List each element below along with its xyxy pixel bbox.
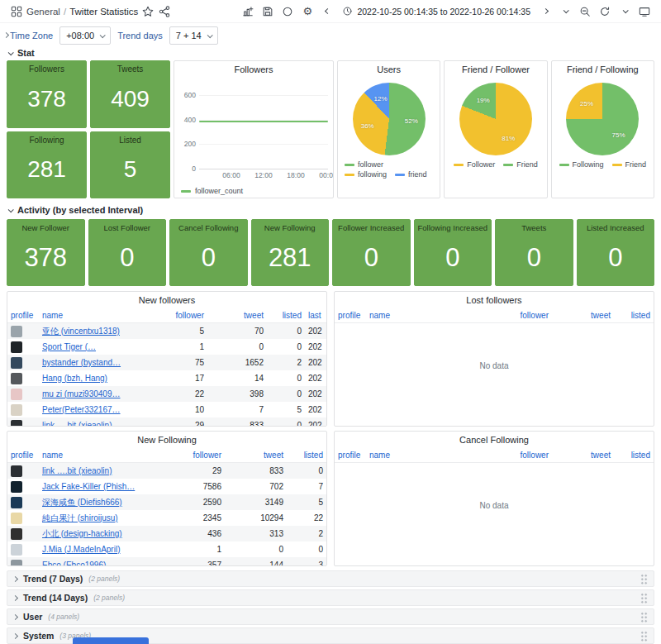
trend-days-variable-select[interactable]: 7 + 14 [169,26,218,45]
col-tweet[interactable]: tweet [225,448,287,463]
row-title[interactable]: Trend (14 Days) [23,593,88,603]
dashboard-row[interactable]: User (4 panels) [7,608,654,625]
profile-link[interactable]: bystander (bystand… [42,358,121,367]
panel-title[interactable]: Followers [174,61,333,78]
panel-title[interactable]: Users [338,61,440,78]
profile-link[interactable]: link ….bit (xieaolin) [42,466,112,475]
panel-title[interactable]: Cancel Following [335,432,654,448]
profile-link[interactable]: 純白果汁 (shiroijusu) [42,513,118,522]
panel-title[interactable]: Followers [7,61,86,78]
profile-link[interactable]: link ….bit (xieaolin) [42,421,112,427]
timeseries-legend-item[interactable]: follower_count [181,187,243,195]
row-panel-count: (4 panels) [48,613,79,621]
legend-item[interactable]: follower [345,160,383,169]
panel-title[interactable]: Listed [91,132,169,149]
panel-title[interactable]: Tweets [496,220,573,236]
col-follower[interactable]: follower [473,448,552,463]
panel-title[interactable]: Lost Follower [89,220,166,236]
stat-panel: Lost Follower 0 [88,219,167,286]
col-profile[interactable]: profile [335,448,366,463]
save-dashboard-icon[interactable] [259,3,276,20]
col-tweet[interactable]: tweet [552,308,614,323]
settings-gear-icon[interactable]: ⚙ [299,3,316,20]
row-title[interactable]: System [23,631,54,641]
panel-title[interactable]: Cancel Following [170,220,247,236]
panel-title[interactable]: New followers [7,292,326,308]
legend-item[interactable]: friend [395,170,427,179]
friend-following-pie-panel: Friend / Following 75%25% Following Frie… [551,60,654,198]
legend-item[interactable]: Following [559,160,604,169]
panel-title[interactable]: Following Increased [415,220,492,236]
drag-handle-icon[interactable] [640,574,648,584]
col-name[interactable]: name [366,308,473,323]
legend-item[interactable]: Friend [503,160,538,169]
drag-handle-icon[interactable] [640,612,648,623]
panel-title[interactable]: Follower Increased [333,220,410,236]
profile-link[interactable]: mu zi (muzi930409… [42,389,120,398]
col-follower[interactable]: follower [167,448,225,463]
add-panel-icon[interactable] [240,3,256,20]
legend-item[interactable]: Friend [612,160,647,169]
col-follower[interactable]: follower [473,308,552,323]
panel-title[interactable]: Friend / Following [552,61,654,78]
dashboard-row[interactable]: Trend (7 Days) (2 panels) [7,570,654,587]
kiosk-tv-icon[interactable] [636,3,653,20]
panel-title[interactable]: Lost followers [335,292,654,308]
time-range-forward-icon[interactable] [537,3,554,20]
panel-title[interactable]: Following [7,132,86,149]
panel-title[interactable]: Friend / Follower [445,61,546,78]
profile-link[interactable]: 小北 (design-hacking) [42,529,122,538]
col-name[interactable]: name [366,448,473,463]
col-name[interactable]: name [39,448,167,463]
row-header-activity[interactable]: Activity (by selected Interval) [8,205,143,215]
col-listed[interactable]: listed [614,308,654,323]
open-menu-chevron-icon[interactable] [4,26,8,41]
profile-link[interactable]: 深海咸鱼 (Diefish666) [42,498,122,507]
col-profile[interactable]: profile [7,308,39,323]
collapsed-rows: Trend (7 Days) (2 panels) Trend (14 Days… [7,570,654,644]
row-header-stat[interactable]: Stat [8,48,35,58]
refresh-icon[interactable] [597,3,613,20]
share-icon[interactable] [156,3,173,20]
drag-handle-icon[interactable] [640,593,648,603]
col-profile[interactable]: profile [7,448,39,463]
panel-title[interactable]: New Follower [7,220,84,236]
row-title[interactable]: Trend (7 Days) [23,574,83,584]
circle-icon[interactable] [279,3,296,20]
profile-link[interactable]: Hang (bzh, Hang) [42,374,107,383]
panel-title[interactable]: Listed Increased [578,220,654,236]
panel-title[interactable]: New Following [252,220,329,236]
dashboard-row[interactable]: Trend (14 Days) (2 panels) [7,589,654,606]
col-tweet[interactable]: tweet [552,448,614,463]
profile-link[interactable]: Peter(Peter332167… [42,405,121,414]
col-follower[interactable]: follower [156,308,207,323]
row-title[interactable]: User [23,612,42,622]
col-name[interactable]: name [39,308,156,323]
col-listed[interactable]: listed [614,448,654,463]
profile-link[interactable]: 亚伦 (vincentxu1318) [42,327,120,336]
profile-link[interactable]: J.Mia (J.MadeInApril) [42,545,120,554]
col-tweet[interactable]: tweet [207,308,267,323]
time-range-back-icon[interactable] [319,3,335,20]
apps-grid-icon[interactable] [8,3,25,20]
legend-item[interactable]: Follower [454,160,495,169]
col-profile[interactable]: profile [335,308,366,323]
breadcrumb-folder[interactable]: General [26,7,60,17]
zoom-out-icon[interactable] [577,3,593,20]
timezone-variable-select[interactable]: +08:00 [59,26,111,45]
col-last[interactable]: last [305,308,326,323]
profile-link[interactable]: Jack Fake-Killer (Phish… [42,482,135,491]
col-listed[interactable]: listed [287,448,326,463]
star-icon[interactable] [140,3,156,20]
panel-title[interactable]: Tweets [91,61,169,78]
col-listed[interactable]: listed [267,308,305,323]
drag-handle-icon[interactable] [640,631,648,642]
profile-link[interactable]: Sport Tiger (… [42,342,96,351]
profile-link[interactable]: Ebco (Ebco1996) [42,561,106,566]
stat-value: 281 [252,236,329,285]
chevron-down-icon[interactable] [557,3,573,20]
time-range-picker[interactable]: 2022-10-25 00:14:35 to 2022-10-26 00:14:… [339,4,534,18]
legend-item[interactable]: following [345,170,387,179]
panel-title[interactable]: New Following [7,432,326,448]
refresh-interval-caret-icon[interactable] [616,3,633,20]
